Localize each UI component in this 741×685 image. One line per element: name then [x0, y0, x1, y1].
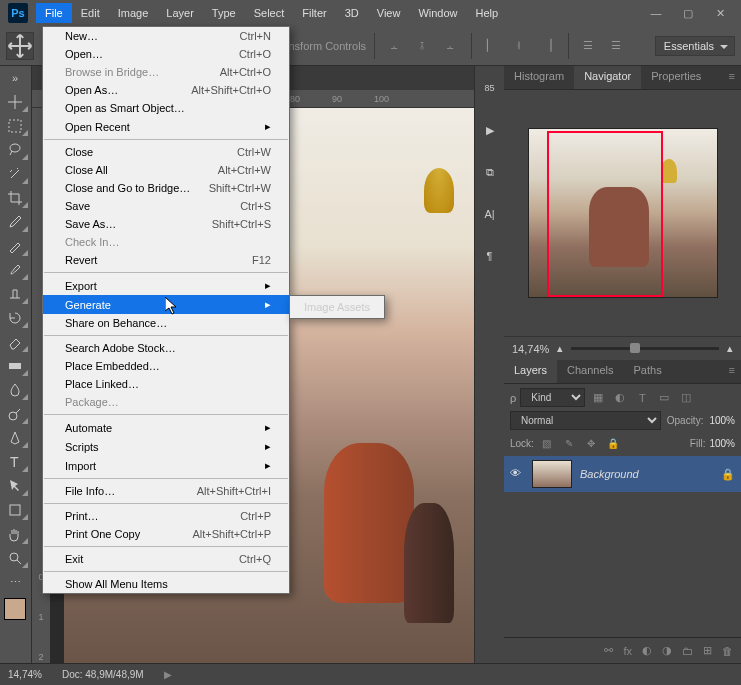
- menu-item-search-stock[interactable]: Search Adobe Stock…: [43, 339, 289, 357]
- status-zoom[interactable]: 14,74%: [8, 669, 42, 680]
- panel-menu-icon[interactable]: ≡: [723, 66, 741, 89]
- clone-stamp-tool-icon[interactable]: [0, 282, 30, 306]
- menu-item-close[interactable]: CloseCtrl+W: [43, 143, 289, 161]
- menu-select[interactable]: Select: [245, 3, 294, 23]
- navigator-zoom-out-icon[interactable]: ▴: [557, 342, 563, 355]
- menu-window[interactable]: Window: [409, 3, 466, 23]
- pen-tool-icon[interactable]: [0, 426, 30, 450]
- align-vcenter-icon[interactable]: ⫱: [409, 33, 435, 59]
- menu-item-place-linked[interactable]: Place Linked…: [43, 375, 289, 393]
- menu-item-place-embedded[interactable]: Place Embedded…: [43, 357, 289, 375]
- tab-paths[interactable]: Paths: [624, 360, 672, 383]
- menu-item-exit[interactable]: ExitCtrl+Q: [43, 550, 289, 568]
- panel-play-icon[interactable]: ▶: [475, 118, 505, 142]
- new-layer-icon[interactable]: ⊞: [703, 644, 712, 657]
- filter-shape-icon[interactable]: ▭: [655, 389, 673, 407]
- menu-item-close-all[interactable]: Close AllAlt+Ctrl+W: [43, 161, 289, 179]
- layer-mask-icon[interactable]: ◐: [642, 644, 652, 657]
- adjustment-layer-icon[interactable]: ◑: [662, 644, 672, 657]
- filter-type-icon[interactable]: T: [633, 389, 651, 407]
- link-layers-icon[interactable]: ⚯: [604, 644, 613, 657]
- workspace-switcher[interactable]: Essentials: [655, 36, 735, 56]
- dodge-tool-icon[interactable]: [0, 402, 30, 426]
- lock-image-icon[interactable]: ✎: [560, 434, 578, 452]
- layer-fx-icon[interactable]: fx: [623, 645, 632, 657]
- navigator-viewport-box[interactable]: [547, 131, 663, 297]
- menu-item-open-recent[interactable]: Open Recent▸: [43, 117, 289, 136]
- tab-properties[interactable]: Properties: [641, 66, 711, 89]
- zoom-tool-icon[interactable]: [0, 546, 30, 570]
- menu-type[interactable]: Type: [203, 3, 245, 23]
- fill-value[interactable]: 100%: [709, 438, 735, 449]
- magic-wand-tool-icon[interactable]: [0, 162, 30, 186]
- align-bottom-icon[interactable]: ⫠: [437, 33, 463, 59]
- menu-item-save-as[interactable]: Save As…Shift+Ctrl+S: [43, 215, 289, 233]
- filter-smart-icon[interactable]: ◫: [677, 389, 695, 407]
- menu-item-new[interactable]: New…Ctrl+N: [43, 27, 289, 45]
- menu-item-open-smart[interactable]: Open as Smart Object…: [43, 99, 289, 117]
- status-doc-size[interactable]: Doc: 48,9M/48,9M: [62, 669, 144, 680]
- menu-3d[interactable]: 3D: [336, 3, 368, 23]
- new-group-icon[interactable]: 🗀: [682, 645, 693, 657]
- tab-layers[interactable]: Layers: [504, 360, 557, 383]
- layer-name[interactable]: Background: [580, 468, 639, 480]
- distribute2-icon[interactable]: ☰: [603, 33, 629, 59]
- panel-paragraph-icon[interactable]: ¶: [475, 244, 505, 268]
- marquee-tool-icon[interactable]: [0, 114, 30, 138]
- distribute-icon[interactable]: ☰: [575, 33, 601, 59]
- opacity-value[interactable]: 100%: [709, 415, 735, 426]
- blur-tool-icon[interactable]: [0, 378, 30, 402]
- crop-tool-icon[interactable]: [0, 186, 30, 210]
- lock-transparency-icon[interactable]: ▧: [538, 434, 556, 452]
- menu-item-file-info[interactable]: File Info…Alt+Shift+Ctrl+I: [43, 482, 289, 500]
- eraser-tool-icon[interactable]: [0, 330, 30, 354]
- navigator-zoom-slider[interactable]: [571, 347, 719, 350]
- edit-toolbar-icon[interactable]: ⋯: [0, 570, 30, 594]
- align-top-icon[interactable]: ⫠: [381, 33, 407, 59]
- lasso-tool-icon[interactable]: [0, 138, 30, 162]
- delete-layer-icon[interactable]: 🗑: [722, 645, 733, 657]
- menu-item-image-assets[interactable]: Image Assets: [290, 298, 384, 316]
- navigator-zoom-in-icon[interactable]: ▴: [727, 342, 733, 355]
- menu-item-save[interactable]: SaveCtrl+S: [43, 197, 289, 215]
- layer-filter-kind[interactable]: Kind: [520, 388, 585, 407]
- maximize-icon[interactable]: ▢: [679, 4, 697, 22]
- menu-view[interactable]: View: [368, 3, 410, 23]
- panel-swatches-icon[interactable]: ⧉: [475, 160, 505, 184]
- move-tool-icon[interactable]: [0, 90, 30, 114]
- layer-row-background[interactable]: 👁 Background 🔒: [504, 456, 741, 492]
- blend-mode-select[interactable]: Normal: [510, 411, 661, 430]
- lock-position-icon[interactable]: ✥: [582, 434, 600, 452]
- layers-panel-menu-icon[interactable]: ≡: [723, 360, 741, 383]
- path-selection-tool-icon[interactable]: [0, 474, 30, 498]
- menu-image[interactable]: Image: [109, 3, 158, 23]
- menu-item-revert[interactable]: RevertF12: [43, 251, 289, 269]
- history-brush-tool-icon[interactable]: [0, 306, 30, 330]
- menu-filter[interactable]: Filter: [293, 3, 335, 23]
- panel-character-icon[interactable]: A|: [475, 202, 505, 226]
- lock-all-icon[interactable]: 🔒: [604, 434, 622, 452]
- align-left-icon[interactable]: ▏: [478, 33, 504, 59]
- menu-item-show-all[interactable]: Show All Menu Items: [43, 575, 289, 593]
- navigator-preview[interactable]: [528, 128, 718, 298]
- rectangle-tool-icon[interactable]: [0, 498, 30, 522]
- menu-layer[interactable]: Layer: [157, 3, 203, 23]
- menu-item-close-bridge[interactable]: Close and Go to Bridge…Shift+Ctrl+W: [43, 179, 289, 197]
- foreground-color-swatch[interactable]: [4, 598, 26, 620]
- menu-item-automate[interactable]: Automate▸: [43, 418, 289, 437]
- menu-file[interactable]: File: [36, 3, 72, 23]
- tab-navigator[interactable]: Navigator: [574, 66, 641, 89]
- minimize-icon[interactable]: —: [647, 4, 665, 22]
- expand-tools-icon[interactable]: »: [0, 66, 30, 90]
- menu-item-browse-bridge[interactable]: Browse in Bridge…Alt+Ctrl+O: [43, 63, 289, 81]
- brush-tool-icon[interactable]: [0, 258, 30, 282]
- menu-item-open-as[interactable]: Open As…Alt+Shift+Ctrl+O: [43, 81, 289, 99]
- menu-edit[interactable]: Edit: [72, 3, 109, 23]
- layer-thumbnail[interactable]: [532, 460, 572, 488]
- healing-brush-tool-icon[interactable]: [0, 234, 30, 258]
- move-tool-preset-icon[interactable]: [6, 32, 34, 60]
- filter-adjust-icon[interactable]: ◐: [611, 389, 629, 407]
- menu-item-print[interactable]: Print…Ctrl+P: [43, 507, 289, 525]
- tab-histogram[interactable]: Histogram: [504, 66, 574, 89]
- menu-item-open[interactable]: Open…Ctrl+O: [43, 45, 289, 63]
